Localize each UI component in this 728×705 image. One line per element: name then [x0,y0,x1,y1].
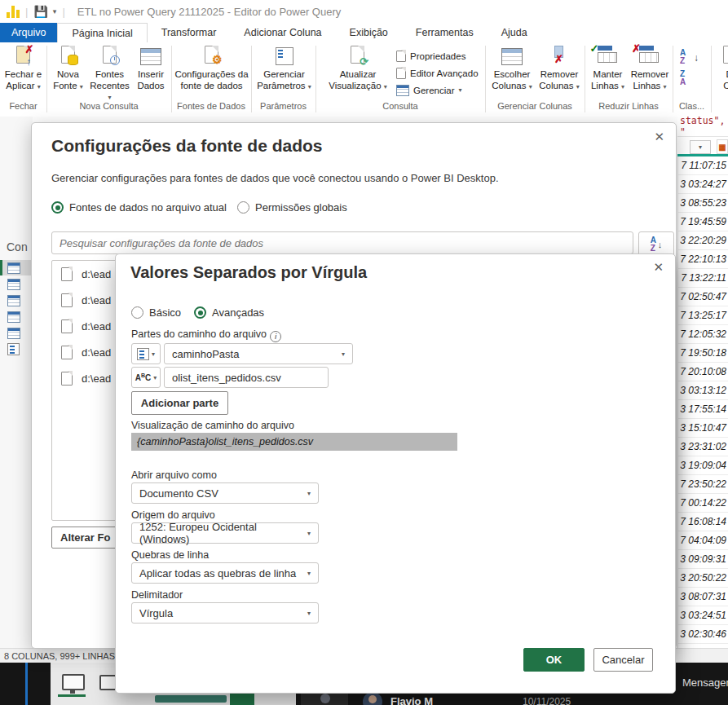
query-item[interactable] [0,293,33,308]
tab-home[interactable]: Página Inicial [57,23,147,42]
tab-add-column[interactable]: Adicionar Coluna [230,23,335,42]
radio-dot [131,306,143,319]
select-value: Documento CSV [139,487,218,500]
radio-advanced[interactable]: Avançadas [194,306,264,319]
tab-file[interactable]: Arquivo [0,23,57,42]
tab-transform[interactable]: Transformar [148,23,231,42]
search-input[interactable] [51,231,633,254]
part-type-parameter-button[interactable]: ▾ [131,343,161,364]
enter-data-button[interactable]: Inserir Dados [132,46,170,91]
grid-cell: 3 17:55:14 [678,400,728,419]
choose-columns-button[interactable]: Escolher Colunas ▾ [489,46,535,91]
ok-button[interactable]: OK [523,648,585,672]
column-type-icon[interactable]: ▦ [717,139,728,154]
query-item[interactable] [0,276,33,292]
radio-label: Fontes de dados no arquivo atual [69,201,227,214]
grid-cell: 7 19:50:18 [678,344,728,363]
tab-tools[interactable]: Ferramentas [402,23,488,42]
sort-arrow-icon: ↓ [694,52,699,64]
tab-help[interactable]: Ajuda [488,23,541,42]
query-item[interactable] [0,341,33,357]
progress-block [230,694,254,705]
remove-columns-button[interactable]: ✗ Remover Colunas ▾ [536,46,582,91]
radio-global-permissions[interactable]: Permissões globais [237,201,347,214]
query-item[interactable] [0,309,33,324]
recent-sources-icon [99,46,121,67]
open-as-select[interactable]: Documento CSV ▾ [131,482,319,504]
save-icon[interactable]: 💾 [33,5,47,18]
tab-view[interactable]: Exibição [336,23,402,42]
new-source-icon [58,46,79,67]
refresh-preview-button[interactable]: ⟳ Atualizar Visualização ▾ [324,46,391,91]
file-icon [61,346,73,359]
radio-label: Avançadas [212,306,264,319]
title-bar: | 💾 ▾ | ETL no Power Query 21112025 - Ed… [0,0,728,23]
radio-current-file[interactable]: Fontes de dados no arquivo atual [51,201,227,214]
sort-descending-icon[interactable]: ZA [680,70,686,86]
query-item[interactable] [0,260,33,275]
manage-parameters-icon [274,46,295,67]
close-icon[interactable]: ✕ [653,260,664,275]
radio-label: Básico [149,306,181,319]
grid-cell: 7 22:10:13 [678,250,728,269]
sort-ascending-icon[interactable]: AZ [680,49,686,65]
formula-bar[interactable]: status", " [677,117,728,137]
group-label-new-query: Nova Consulta [46,101,171,111]
file-origin-label: Origem do arquivo [131,509,215,521]
grid-cell: 3 19:09:04 [678,456,728,475]
grid-cell: 3 22:20:29 [678,231,728,250]
grid-cell: 3 03:24:27 [678,175,728,194]
grid-cell: 7 23:50:22 [678,475,728,494]
file-icon [61,267,73,281]
delimiter-select[interactable]: Vírgula ▾ [131,602,319,623]
message-button[interactable]: Mensagem [682,676,728,689]
recent-sources-button[interactable]: Fontes Recentes ▾ [88,46,131,103]
radio-dot [237,201,249,214]
ribbon: ✗ ↑ Fechar e Aplicar ▾ Fechar Nova Fonte… [0,42,728,117]
file-origin-select[interactable]: 1252: Europeu Ocidental (Windows) ▾ [131,522,319,544]
column-filter-button[interactable]: ▾ [690,140,711,154]
path-preview-label: Visualização de caminho do arquivo [131,420,294,431]
close-and-apply-button[interactable]: ✗ ↑ Fechar e Aplicar ▾ [1,46,46,91]
report-view-icon[interactable] [62,674,85,690]
status-text: 8 COLUNAS, 999+ LINHAS [4,651,115,661]
part-type-text-button[interactable]: ABC ▾ [131,367,161,388]
table-query-icon [7,295,20,306]
cancel-button[interactable]: Cancelar [593,648,653,672]
ribbon-tabs: Arquivo Página Inicial Transformar Adici… [0,23,728,42]
manage-button[interactable]: Gerenciar ▾ [396,83,479,97]
divider: | [25,6,28,18]
manage-parameters-button[interactable]: Gerenciar Parâmetros ▾ [254,46,315,91]
add-part-button[interactable]: Adicionar parte [131,391,228,415]
data-source-settings-button[interactable]: ⚙ Configurações da fonte de dados [173,46,250,91]
line-breaks-select[interactable]: Aplicar todas as quebras de linha ▾ [131,562,319,584]
enter-data-icon [140,46,161,67]
properties-button[interactable]: Propriedades [396,49,479,63]
advanced-editor-button[interactable]: Editor Avançado [396,66,479,80]
keep-rows-icon: ✓ [598,46,619,67]
grid-cell: 3 08:07:31 [678,588,728,606]
grid-cell: 3 03:24:51 [678,606,728,625]
remove-rows-button[interactable]: ✗ Remover Linhas ▾ [629,46,671,91]
grid-cell: 3 08:55:23 [678,194,728,213]
path-part-2-input[interactable] [164,367,329,388]
grid-cell: 3 09:09:31 [678,550,728,569]
grid-cell: 7 13:22:11 [678,269,728,288]
queries-panel: Con [0,117,33,648]
radio-basic[interactable]: Básico [131,306,181,319]
data-source-path: d:\ead [82,268,111,280]
select-value: 1252: Europeu Ocidental (Windows) [139,521,307,545]
split-column-button[interactable]: DiCol [714,46,728,91]
grid-cell: 7 00:14:22 [678,494,728,513]
new-source-button[interactable]: Nova Fonte ▾ [49,46,87,91]
data-source-path: d:\ead [82,294,111,306]
query-item[interactable] [0,325,33,341]
quick-access-caret-icon[interactable]: ▾ [53,7,57,15]
table-query-icon [7,311,20,323]
info-icon[interactable]: i [270,331,281,342]
path-part-1-combobox[interactable]: caminhoPasta ▾ [164,343,353,364]
keep-rows-button[interactable]: ✓ Manter Linhas ▾ [588,46,628,91]
queries-panel-header: Con [7,240,28,253]
sort-az-icon: AZ [651,236,656,253]
close-icon[interactable]: ✕ [654,130,664,144]
